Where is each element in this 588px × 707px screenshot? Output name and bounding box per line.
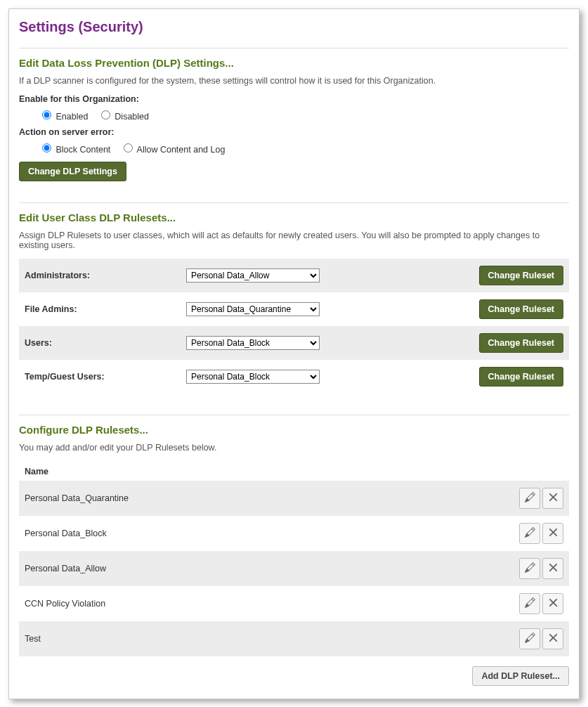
ruleset-row: Personal Data_Allow — [19, 551, 569, 586]
ruleset-select[interactable]: Personal Data_AllowPersonal Data_Quarant… — [186, 302, 320, 316]
user-class-select-cell: Personal Data_AllowPersonal Data_Quarant… — [181, 259, 471, 292]
ruleset-row: Personal Data_Quarantine — [19, 481, 569, 516]
ruleset-row: Personal Data_Block — [19, 516, 569, 551]
change-ruleset-button[interactable]: Change Ruleset — [479, 299, 563, 319]
pencil-icon — [525, 492, 535, 505]
pencil-icon — [525, 527, 535, 540]
ruleset-name-header: Name — [19, 461, 569, 481]
user-class-label: Administrators: — [19, 259, 181, 292]
close-icon — [548, 633, 558, 645]
ruleset-actions — [506, 481, 569, 516]
disabled-radio[interactable] — [101, 110, 110, 119]
delete-ruleset-button[interactable] — [542, 558, 563, 579]
user-class-action-cell: Change Ruleset — [471, 326, 569, 360]
disabled-radio-label[interactable]: Disabled — [98, 112, 149, 122]
block-radio[interactable] — [42, 143, 51, 153]
page-title: Settings (Security) — [19, 19, 569, 35]
user-class-row: Users:Personal Data_AllowPersonal Data_Q… — [19, 326, 569, 360]
configure-rulesets-heading: Configure DLP Rulesets... — [19, 424, 569, 436]
enable-org-radio-group: Enabled Disabled — [39, 108, 569, 122]
ruleset-actions — [506, 586, 569, 621]
user-class-row: File Admins:Personal Data_AllowPersonal … — [19, 292, 569, 326]
delete-ruleset-button[interactable] — [542, 523, 563, 544]
settings-panel: Settings (Security) Edit Data Loss Preve… — [8, 8, 580, 699]
ruleset-name: Test — [19, 621, 506, 656]
ruleset-list-table: Personal Data_QuarantinePersonal Data_Bl… — [19, 481, 569, 656]
divider — [19, 48, 569, 48]
ruleset-select[interactable]: Personal Data_AllowPersonal Data_Quarant… — [186, 336, 320, 350]
divider — [19, 415, 569, 415]
enabled-radio-text: Enabled — [55, 112, 88, 122]
ruleset-select[interactable]: Personal Data_AllowPersonal Data_Quarant… — [186, 268, 320, 283]
ruleset-actions — [506, 551, 569, 586]
close-icon — [548, 492, 558, 505]
user-class-description: Assign DLP Rulesets to user classes, whi… — [19, 231, 569, 250]
ruleset-row: CCN Policy Violation — [19, 586, 569, 621]
configure-rulesets-description: You may add and/or edit your DLP Ruleset… — [19, 443, 569, 453]
change-ruleset-button[interactable]: Change Ruleset — [479, 266, 563, 285]
user-class-row: Administrators:Personal Data_AllowPerson… — [19, 259, 569, 292]
close-icon — [548, 597, 558, 610]
user-class-select-cell: Personal Data_AllowPersonal Data_Quarant… — [181, 360, 471, 394]
ruleset-name: Personal Data_Quarantine — [19, 481, 506, 516]
pencil-icon — [525, 633, 535, 645]
ruleset-actions — [506, 621, 569, 656]
delete-ruleset-button[interactable] — [542, 628, 563, 649]
user-class-action-cell: Change Ruleset — [471, 360, 569, 394]
pencil-icon — [525, 597, 535, 610]
dlp-settings-heading: Edit Data Loss Prevention (DLP) Settings… — [19, 57, 569, 69]
allow-radio-label[interactable]: Allow Content and Log — [120, 145, 226, 155]
close-icon — [548, 562, 558, 575]
user-class-action-cell: Change Ruleset — [471, 259, 569, 292]
user-class-label: Users: — [19, 326, 181, 360]
delete-ruleset-button[interactable] — [542, 593, 563, 614]
edit-ruleset-button[interactable] — [519, 523, 540, 544]
ruleset-row: Test — [19, 621, 569, 656]
action-error-label: Action on server error: — [19, 127, 569, 137]
allow-radio[interactable] — [124, 143, 133, 153]
edit-ruleset-button[interactable] — [519, 558, 540, 579]
block-radio-text: Block Content — [55, 145, 110, 155]
enabled-radio-label[interactable]: Enabled — [39, 112, 91, 122]
user-class-select-cell: Personal Data_AllowPersonal Data_Quarant… — [181, 326, 471, 360]
ruleset-name: Personal Data_Allow — [19, 551, 506, 586]
allow-radio-text: Allow Content and Log — [137, 145, 226, 155]
change-ruleset-button[interactable]: Change Ruleset — [479, 333, 563, 353]
user-class-heading: Edit User Class DLP Rulesets... — [19, 212, 569, 223]
ruleset-name: CCN Policy Violation — [19, 586, 506, 621]
dlp-settings-description: If a DLP scanner is configured for the s… — [19, 76, 569, 86]
pencil-icon — [525, 562, 535, 575]
disabled-radio-text: Disabled — [115, 112, 149, 122]
user-class-action-cell: Change Ruleset — [471, 292, 569, 326]
divider — [19, 202, 569, 203]
ruleset-select[interactable]: Personal Data_AllowPersonal Data_Quarant… — [186, 370, 320, 384]
block-radio-label[interactable]: Block Content — [39, 145, 113, 155]
user-class-row: Temp/Guest Users:Personal Data_AllowPers… — [19, 360, 569, 394]
edit-ruleset-button[interactable] — [519, 628, 540, 649]
change-dlp-settings-button[interactable]: Change DLP Settings — [19, 162, 126, 181]
edit-ruleset-button[interactable] — [519, 488, 540, 509]
action-error-radio-group: Block Content Allow Content and Log — [39, 141, 569, 155]
ruleset-actions — [506, 516, 569, 551]
close-icon — [548, 527, 558, 540]
add-dlp-ruleset-button[interactable]: Add DLP Ruleset... — [472, 666, 569, 686]
enable-org-label: Enable for this Organization: — [19, 94, 569, 104]
user-class-label: Temp/Guest Users: — [19, 360, 181, 394]
delete-ruleset-button[interactable] — [542, 488, 563, 509]
user-class-select-cell: Personal Data_AllowPersonal Data_Quarant… — [181, 292, 471, 326]
user-class-label: File Admins: — [19, 292, 181, 326]
enabled-radio[interactable] — [42, 110, 51, 119]
edit-ruleset-button[interactable] — [519, 593, 540, 614]
ruleset-name: Personal Data_Block — [19, 516, 506, 551]
change-ruleset-button[interactable]: Change Ruleset — [479, 367, 563, 387]
user-class-table: Administrators:Personal Data_AllowPerson… — [19, 259, 569, 394]
